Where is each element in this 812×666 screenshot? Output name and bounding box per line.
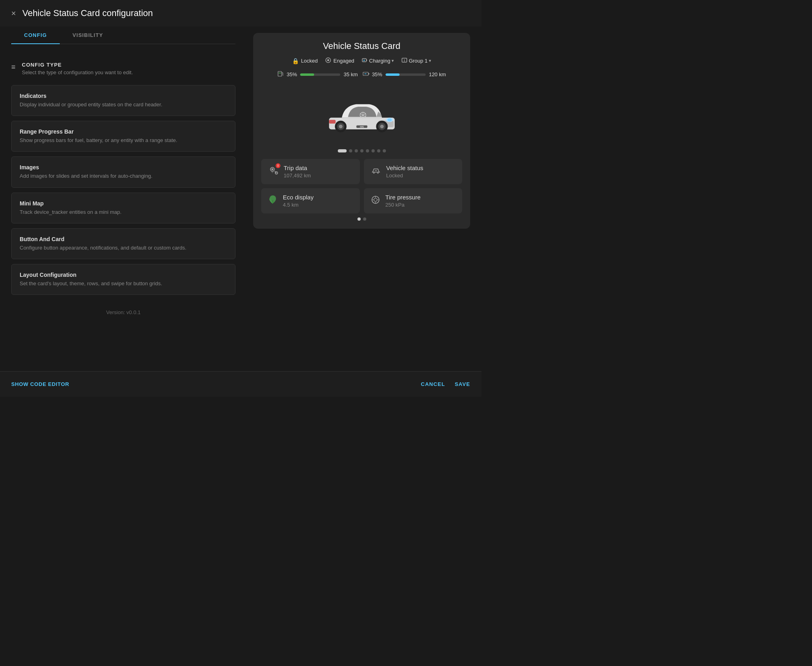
battery-progress-bar [386, 73, 426, 76]
svg-point-1 [327, 59, 329, 61]
config-item-title: Button And Card [20, 236, 227, 242]
left-panel: CONFIG VISIBILITY ≡ CONFIG TYPE Select t… [0, 26, 247, 371]
status-locked-label: Locked [301, 58, 318, 64]
battery-icon [363, 70, 370, 79]
status-group[interactable]: 1 Group 1 ▾ [401, 57, 431, 65]
config-item-button-and-card[interactable]: Button And Card Configure button appeara… [11, 228, 235, 259]
status-row: 🔒 Locked Engaged [261, 57, 462, 65]
save-button[interactable]: SAVE [455, 381, 470, 387]
svg-point-20 [380, 125, 384, 128]
vehicle-status-content: Vehicle status Locked [386, 164, 424, 179]
fuel-icon [277, 70, 284, 79]
tire-value: 250 kPa [386, 202, 421, 208]
eco-title: Eco display [283, 194, 314, 201]
group-icon: 1 [401, 57, 408, 65]
info-card-trip[interactable]: ! Trip data 107,492 km [261, 159, 360, 184]
status-group-label: Group 1 [409, 58, 428, 64]
svg-point-33 [374, 198, 377, 201]
dialog-header: × Vehicle Status Card configuration [0, 0, 481, 26]
svg-point-30 [373, 172, 375, 174]
close-icon[interactable]: × [11, 9, 16, 17]
trip-icon-wrapper: ! [268, 165, 279, 179]
carousel-dot-2[interactable] [349, 149, 352, 152]
config-item-desc: Add images for slides and set intervals … [20, 173, 227, 180]
svg-point-17 [339, 125, 342, 128]
config-item-images[interactable]: Images Add images for slides and set int… [11, 156, 235, 187]
fuel-km: 35 km [343, 71, 357, 77]
dialog-body: CONFIG VISIBILITY ≡ CONFIG TYPE Select t… [0, 26, 481, 371]
config-item-title: Range Progress Bar [20, 128, 227, 135]
tire-title: Tire pressure [386, 194, 421, 201]
carousel-dot-7[interactable] [377, 149, 380, 152]
status-engaged: Engaged [325, 57, 354, 65]
status-engaged-label: Engaged [333, 58, 354, 64]
carousel-dot-4[interactable] [360, 149, 363, 152]
page-indicator [261, 217, 462, 221]
chevron-down-icon: ▾ [392, 58, 394, 63]
config-type-text: CONFIG TYPE Select the type of configura… [22, 62, 133, 75]
info-card-tire[interactable]: Tire pressure 250 kPa [364, 188, 463, 213]
svg-rect-8 [368, 73, 369, 75]
vehicle-card-title: Vehicle Status Card [261, 41, 462, 51]
right-panel: Vehicle Status Card 🔒 Locked Engaged [247, 26, 481, 371]
progress-fuel: 35% 35 km [277, 70, 357, 79]
dialog-footer: SHOW CODE EDITOR CANCEL SAVE [0, 371, 481, 397]
vehicle-status-card: Vehicle Status Card 🔒 Locked Engaged [253, 33, 470, 229]
engaged-icon [325, 57, 331, 65]
progress-row: 35% 35 km [261, 70, 462, 79]
config-item-desc: Set the card's layout, theme, rows, and … [20, 280, 227, 287]
info-grid: ! Trip data 107,492 km [261, 159, 462, 213]
config-item-title: Mini Map [20, 200, 227, 207]
config-type-label: CONFIG TYPE [22, 62, 133, 68]
notification-badge: ! [276, 163, 280, 168]
trip-value: 107,492 km [284, 173, 311, 179]
show-code-editor-button[interactable]: SHOW CODE EDITOR [11, 381, 69, 387]
svg-rect-14 [329, 120, 335, 124]
config-item-indicators[interactable]: Indicators Display individual or grouped… [11, 85, 235, 116]
tire-content: Tire pressure 250 kPa [386, 194, 421, 208]
lock-icon: 🔒 [292, 58, 299, 64]
trip-title: Trip data [284, 164, 311, 171]
config-item-layout[interactable]: Layout Configuration Set the card's layo… [11, 264, 235, 295]
carousel-dots [261, 149, 462, 152]
config-item-range-progress[interactable]: Range Progress Bar Show progress bars fo… [11, 121, 235, 152]
vehicle-status-icon-wrapper [370, 165, 382, 179]
config-item-desc: Configure button appearance, notificatio… [20, 244, 227, 252]
eco-content: Eco display 4.5 km [283, 194, 314, 208]
carousel-dot-3[interactable] [355, 149, 358, 152]
page-dot-2[interactable] [363, 217, 366, 221]
tire-icon-wrapper [370, 195, 381, 207]
charging-icon [361, 57, 368, 65]
carousel-dot-5[interactable] [366, 149, 369, 152]
page-dot-1[interactable] [357, 217, 361, 221]
carousel-dot-8[interactable] [383, 149, 386, 152]
vehicle-status-title: Vehicle status [386, 164, 424, 171]
status-locked: 🔒 Locked [292, 58, 318, 64]
config-type-section: ≡ CONFIG TYPE Select the type of configu… [11, 55, 235, 85]
config-item-title: Indicators [20, 93, 227, 99]
info-card-vehicle-status[interactable]: Vehicle status Locked [364, 159, 463, 184]
version-text: Version: v0.0.1 [11, 300, 235, 319]
carousel-dot-1[interactable] [338, 149, 347, 152]
svg-point-31 [377, 172, 379, 174]
cancel-button[interactable]: CANCEL [421, 381, 445, 387]
progress-battery: 35% 120 km [363, 70, 446, 79]
footer-actions: CANCEL SAVE [421, 381, 470, 387]
dialog-title: Vehicle Status Card configuration [22, 8, 153, 18]
status-charging-label: Charging [369, 58, 390, 64]
info-card-eco[interactable]: Eco display 4.5 km [261, 188, 360, 213]
tab-config[interactable]: CONFIG [11, 26, 60, 44]
svg-point-28 [272, 169, 273, 170]
trip-icon [268, 168, 279, 178]
tab-visibility[interactable]: VISIBILITY [60, 26, 116, 44]
svg-rect-6 [278, 71, 282, 76]
battery-percent: 35% [372, 71, 382, 77]
svg-text:1: 1 [404, 59, 405, 62]
status-charging[interactable]: Charging ▾ [361, 57, 394, 65]
config-item-desc: Display individual or grouped entity sta… [20, 101, 227, 108]
config-item-mini-map[interactable]: Mini Map Track device_tracker entities o… [11, 193, 235, 223]
tabs: CONFIG VISIBILITY [11, 26, 235, 44]
vehicle-status-icon [370, 168, 382, 178]
eco-value: 4.5 km [283, 202, 314, 208]
carousel-dot-6[interactable] [371, 149, 375, 152]
